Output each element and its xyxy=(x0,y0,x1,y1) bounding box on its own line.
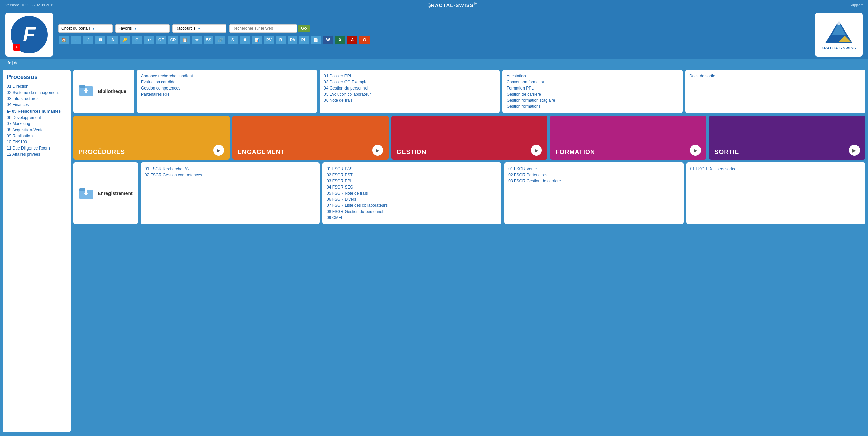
engagement-info-item-4[interactable]: 06 Note de frais xyxy=(324,97,496,103)
procedures-info-item-2[interactable]: Gestion competences xyxy=(141,85,313,91)
sidebar-label-5: 06 Developpement xyxy=(7,115,41,120)
engagement-bottom-item-0[interactable]: 01 FSGR Recherche PA xyxy=(145,166,316,172)
lang-fr[interactable]: fr xyxy=(7,61,11,65)
pv-btn[interactable]: PV xyxy=(264,35,274,45)
engagement-play-btn[interactable]: ▶ xyxy=(372,145,383,156)
gestion-play-btn[interactable]: ▶ xyxy=(531,145,542,156)
formation-info-panel: Attestation Convention formation Formati… xyxy=(502,70,683,113)
sortie-play-btn[interactable]: ▶ xyxy=(849,145,860,156)
search-input[interactable] xyxy=(229,24,297,33)
clipboard-btn[interactable]: 📋 xyxy=(179,35,190,45)
return-btn[interactable]: ↩ xyxy=(144,35,155,45)
a-btn[interactable]: A xyxy=(107,35,118,45)
formation-bottom-item-0[interactable]: 01 FSGR Vente xyxy=(508,166,679,172)
skull-btn[interactable]: ☠ xyxy=(239,35,250,45)
gestion-bottom-item-5[interactable]: 06 FSGR Divers xyxy=(327,196,497,202)
logo-f-letter: F xyxy=(23,24,36,45)
formation-category-card[interactable]: FORMATION ▶ xyxy=(550,116,706,160)
doc-btn[interactable]: 📄 xyxy=(310,35,321,45)
gestion-category-card[interactable]: GESTION ▶ xyxy=(391,116,548,160)
sortie-category-card[interactable]: SORTIE ▶ xyxy=(709,116,865,160)
sidebar-item-11[interactable]: 12 Affaires privees xyxy=(7,151,66,157)
formation-info-item-1[interactable]: Convention formation xyxy=(507,79,678,85)
gestion-bottom-item-8[interactable]: 09 CMFL xyxy=(327,215,497,221)
formation-info-item-2[interactable]: Formation PPL xyxy=(507,85,678,91)
formation-info-item-4[interactable]: Gestion formation stagiaire xyxy=(507,97,678,103)
key-btn[interactable]: 🔑 xyxy=(119,35,130,45)
info-btn[interactable]: i xyxy=(83,35,94,45)
formation-play-btn[interactable]: ▶ xyxy=(690,145,701,156)
gestion-bottom-item-1[interactable]: 02 FSGR PST xyxy=(327,172,497,178)
edit-btn[interactable]: ✏ xyxy=(192,35,202,45)
cp-btn[interactable]: CP xyxy=(168,35,178,45)
sidebar-label-10: 11 Due Diligence Room xyxy=(7,146,50,151)
formation-info-item-0[interactable]: Attestation xyxy=(507,73,678,79)
folder-download-icon xyxy=(79,185,94,200)
r-btn[interactable]: R xyxy=(275,35,286,45)
procedures-info-item-1[interactable]: Evaluation candidat xyxy=(141,79,313,85)
formation-bottom-panel: 01 FSGR Vente 02 FSGR Partenaires 03 FSG… xyxy=(504,162,683,224)
gestion-bottom-item-7[interactable]: 08 FSGR Gestion du personnel xyxy=(327,209,497,215)
sidebar-item-0[interactable]: 01 Direction xyxy=(7,83,66,90)
monitor-btn[interactable]: 🖥 xyxy=(95,35,106,45)
engagement-info-item-0[interactable]: 01 Dossier PPL xyxy=(324,73,496,79)
sidebar-item-4[interactable]: ▶ 05 Ressources humaines xyxy=(7,108,66,115)
favoris-dropdown[interactable]: Favoris ▼ xyxy=(115,24,170,33)
bibliotheque-card[interactable]: Bibliotheque xyxy=(73,70,134,113)
g-btn[interactable]: G xyxy=(132,35,142,45)
procedures-info-item-3[interactable]: Partenaires RH xyxy=(141,91,313,97)
chart-btn[interactable]: 📊 xyxy=(252,35,262,45)
sidebar-item-2[interactable]: 03 Infrastructures xyxy=(7,96,66,102)
procedures-info-item-0[interactable]: Annonce recherche candidat xyxy=(141,73,313,79)
sidebar-item-7[interactable]: 08 Acquisition-Vente xyxy=(7,127,66,133)
engagement-info-item-1[interactable]: 03 Dossier CO Exemple xyxy=(324,79,496,85)
sidebar-item-3[interactable]: 04 Finances xyxy=(7,102,66,108)
engagement-info-item-3[interactable]: 05 Evolution collaborateur xyxy=(324,91,496,97)
5s-btn[interactable]: 5S xyxy=(204,35,214,45)
sidebar-item-5[interactable]: 06 Developpement xyxy=(7,115,66,121)
dropdowns-row: Choix du portail ▼ Favoris ▼ Raccourcis … xyxy=(58,24,810,33)
procedures-play-btn[interactable]: ▶ xyxy=(213,145,224,156)
access-btn[interactable]: A xyxy=(347,35,358,45)
sidebar-item-1[interactable]: 02 Systeme de management xyxy=(7,90,66,96)
formation-bottom-item-2[interactable]: 03 FSGR Gestion de carriere xyxy=(508,178,679,184)
formation-bottom-item-1[interactable]: 02 FSGR Partenaires xyxy=(508,172,679,178)
lang-de[interactable]: de xyxy=(14,61,18,65)
home-btn[interactable]: 🏠 xyxy=(58,35,69,45)
sidebar-item-6[interactable]: 07 Marketing xyxy=(7,121,66,127)
go-button[interactable]: Go xyxy=(298,25,310,32)
gestion-bottom-item-0[interactable]: 01 FSGR PAS xyxy=(327,166,497,172)
s-btn[interactable]: S xyxy=(227,35,238,45)
gestion-bottom-item-2[interactable]: 03 FSGR PPL xyxy=(327,178,497,184)
engagement-bottom-item-1[interactable]: 02 FSGR Gestion competences xyxy=(145,172,316,178)
support-link[interactable]: Support xyxy=(849,3,863,7)
excel-btn[interactable]: X xyxy=(335,35,346,45)
engagement-category-card[interactable]: ENGAGEMENT ▶ xyxy=(232,116,389,160)
raccourcis-dropdown[interactable]: Raccourcis ▼ xyxy=(172,24,226,33)
sidebar-label-3: 04 Finances xyxy=(7,102,29,107)
procedures-category-card[interactable]: PROCÉDURES ▶ xyxy=(73,116,230,160)
office-btn[interactable]: O xyxy=(359,35,370,45)
categories-row: PROCÉDURES ▶ ENGAGEMENT ▶ GESTION ▶ FORM… xyxy=(73,116,865,160)
gestion-bottom-item-3[interactable]: 04 FSGR SEC xyxy=(327,184,497,190)
logo-box-right: FRACTAL-SWISS xyxy=(815,13,863,57)
sidebar-item-8[interactable]: 09 Realisation xyxy=(7,133,66,139)
enregistrement-label: Enregistrement xyxy=(98,191,133,196)
sortie-info-item-0[interactable]: Docs de sortie xyxy=(689,73,861,79)
word-btn[interactable]: W xyxy=(322,35,333,45)
formation-info-item-3[interactable]: Gestion de carriere xyxy=(507,91,678,97)
link-btn[interactable]: 🔗 xyxy=(215,35,226,45)
gestion-bottom-item-6[interactable]: 07 FSGR Liste des collaborateurs xyxy=(327,202,497,209)
sidebar-item-9[interactable]: 10 EN9100 xyxy=(7,139,66,145)
choix-portail-dropdown[interactable]: Choix du portail ▼ xyxy=(58,24,113,33)
back-btn[interactable]: ← xyxy=(71,35,81,45)
pl-btn[interactable]: PL xyxy=(299,35,309,45)
sidebar-item-10[interactable]: 11 Due Diligence Room xyxy=(7,145,66,151)
pa-btn[interactable]: PA xyxy=(288,35,298,45)
of-btn[interactable]: OF xyxy=(156,35,166,45)
sortie-bottom-item-0[interactable]: 01 FSGR Dossiers sortis xyxy=(690,166,861,172)
engagement-info-item-2[interactable]: 04 Gestion du personnel xyxy=(324,85,496,91)
gestion-bottom-item-4[interactable]: 05 FSGR Note de frais xyxy=(327,190,497,196)
formation-info-item-5[interactable]: Gestion formations xyxy=(507,103,678,110)
enregistrement-card[interactable]: Enregistrement xyxy=(73,162,138,224)
